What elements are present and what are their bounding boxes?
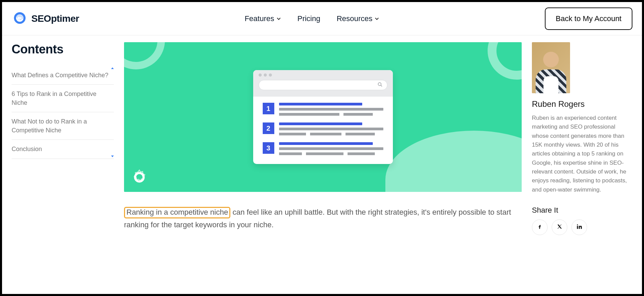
author-sidebar: Ruben Rogers Ruben is an experienced con… xyxy=(532,42,632,235)
brand-logo[interactable]: SEOptimer xyxy=(12,10,79,28)
share-x-button[interactable] xyxy=(552,219,567,235)
share-heading: Share It xyxy=(532,206,632,215)
caret-down-icon xyxy=(111,155,114,157)
toc-item[interactable]: Conclusion xyxy=(12,140,114,159)
decor-wave xyxy=(385,131,522,192)
hero-illustration: 1 2 xyxy=(124,42,522,192)
window-dot xyxy=(269,73,272,77)
toc-item-label: What Not to do to Rank in a Competitive … xyxy=(12,118,87,134)
title-line xyxy=(279,142,373,145)
back-to-account-button[interactable]: Back to My Account xyxy=(545,7,632,30)
contents-sidebar: Contents What Defines a Competitive Nich… xyxy=(12,42,114,235)
serp-mockup: 1 2 xyxy=(253,70,393,164)
chevron-down-icon xyxy=(374,14,379,23)
text-line xyxy=(279,128,383,130)
title-line xyxy=(279,122,363,125)
text-line xyxy=(279,113,383,116)
title-line xyxy=(279,103,363,105)
window-dot xyxy=(259,73,262,77)
contents-heading: Contents xyxy=(12,42,114,56)
share-linkedin-button[interactable] xyxy=(571,219,587,235)
text-line xyxy=(279,147,383,150)
avatar-shirt xyxy=(543,76,558,93)
chevron-down-icon xyxy=(276,14,281,23)
toc-item-label: What Defines a Competitive Niche? xyxy=(12,72,108,79)
window-controls xyxy=(259,73,387,77)
gear-arrows-icon xyxy=(12,10,28,28)
toc-item[interactable]: 6 Tips to Rank in a Competitive Niche xyxy=(12,85,114,112)
share-buttons xyxy=(532,219,632,235)
rank-badge: 2 xyxy=(263,122,274,134)
page-frame: SEOptimer Features Pricing Resources Bac… xyxy=(2,2,642,294)
result-row: 2 xyxy=(263,122,383,135)
svg-rect-4 xyxy=(577,226,578,229)
toc-item-label: Conclusion xyxy=(12,146,42,152)
browser-chrome xyxy=(253,70,393,97)
result-lines xyxy=(279,122,383,135)
nav-label: Features xyxy=(245,14,274,23)
page-body: Contents What Defines a Competitive Nich… xyxy=(2,35,642,235)
nav-label: Resources xyxy=(337,14,372,23)
share-facebook-button[interactable] xyxy=(532,219,548,235)
text-line xyxy=(279,133,383,135)
highlighted-phrase: Ranking in a competitive niche xyxy=(124,207,230,218)
article-main: 1 2 xyxy=(124,42,522,235)
nav-pricing[interactable]: Pricing xyxy=(297,14,320,23)
site-header: SEOptimer Features Pricing Resources Bac… xyxy=(2,2,642,35)
facebook-icon xyxy=(537,224,543,231)
rank-badge: 3 xyxy=(263,142,274,154)
result-row: 3 xyxy=(263,142,383,155)
decor-ring xyxy=(488,42,522,80)
result-row: 1 xyxy=(263,103,383,116)
result-lines xyxy=(279,142,383,155)
primary-nav: Features Pricing Resources xyxy=(245,14,379,23)
author-photo xyxy=(532,42,570,93)
toc-item[interactable]: What Not to do to Rank in a Competitive … xyxy=(12,112,114,140)
nav-label: Pricing xyxy=(297,14,320,23)
svg-point-2 xyxy=(378,83,381,86)
text-line xyxy=(279,152,383,155)
search-bar xyxy=(259,80,387,90)
toc-item[interactable]: What Defines a Competitive Niche? xyxy=(12,66,114,85)
gear-icon xyxy=(131,169,148,186)
brand-name: SEOptimer xyxy=(31,13,79,24)
svg-point-5 xyxy=(577,224,578,225)
result-lines xyxy=(279,103,383,116)
toc-list: What Defines a Competitive Niche? 6 Tips… xyxy=(12,66,114,159)
avatar-head xyxy=(543,52,559,67)
svg-line-3 xyxy=(381,85,382,87)
toc-item-label: 6 Tips to Rank in a Competitive Niche xyxy=(12,91,96,106)
search-results: 1 2 xyxy=(253,97,393,164)
x-icon xyxy=(556,224,563,231)
rank-badge: 1 xyxy=(263,103,274,114)
window-dot xyxy=(264,73,267,77)
nav-features[interactable]: Features xyxy=(245,14,281,23)
decor-ring xyxy=(124,42,165,69)
author-name: Ruben Rogers xyxy=(532,99,632,109)
nav-resources[interactable]: Resources xyxy=(337,14,379,23)
search-icon xyxy=(378,82,382,88)
caret-up-icon xyxy=(111,67,114,69)
linkedin-icon xyxy=(576,224,582,231)
text-line xyxy=(279,108,383,111)
article-intro: Ranking in a competitive niche can feel … xyxy=(124,206,522,231)
author-bio: Ruben is an experienced content marketin… xyxy=(532,114,632,194)
